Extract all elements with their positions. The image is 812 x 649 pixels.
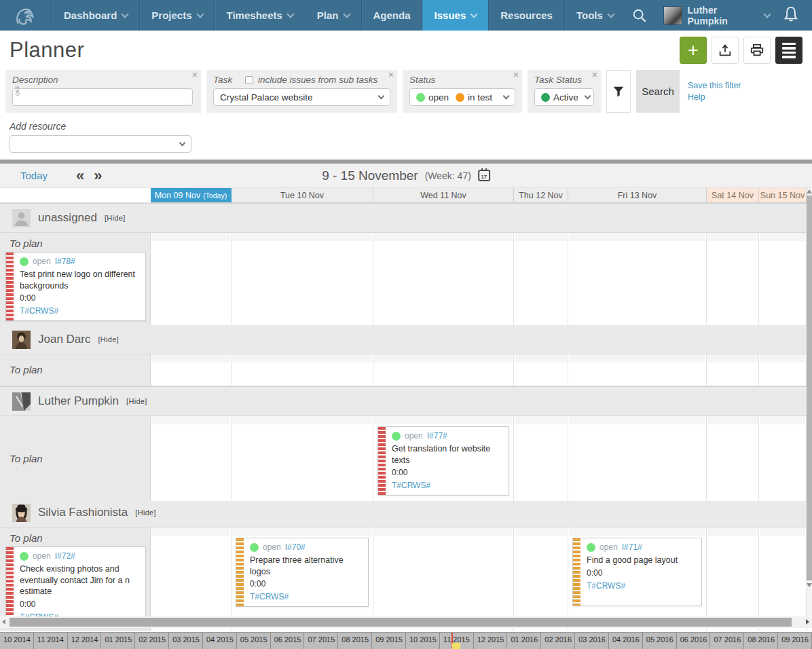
nav-item-dashboard[interactable]: Dashboard <box>52 0 139 31</box>
issue-link[interactable]: I#77# <box>427 431 447 441</box>
timeline-month[interactable]: 06 2015 <box>271 633 305 649</box>
day-header-sat[interactable]: Sat 14 Nov <box>707 188 759 203</box>
search-icon[interactable] <box>625 8 654 23</box>
today-button[interactable]: Today <box>20 170 48 181</box>
status-select[interactable]: open in test <box>409 88 515 106</box>
day-header-tue[interactable]: Tue 10 Nov <box>232 188 373 203</box>
timeline-month[interactable]: 12 2014 <box>68 633 102 649</box>
hide-resource-button[interactable]: [Hide] <box>135 508 156 517</box>
notifications-bell-icon[interactable] <box>779 6 802 25</box>
include-subtasks-checkbox[interactable] <box>245 76 253 84</box>
task-card[interactable]: openI#71# Find a good page layout 0:00 T… <box>572 538 702 606</box>
day-cell: openI#77# Get translation for website te… <box>373 416 514 501</box>
close-icon[interactable]: × <box>592 70 597 79</box>
issue-link[interactable]: I#72# <box>55 551 75 561</box>
nav-item-projects[interactable]: Projects <box>139 0 214 31</box>
scroll-up-icon[interactable] <box>807 189 812 193</box>
help-link[interactable]: Help <box>688 92 741 102</box>
close-icon[interactable]: × <box>513 70 519 79</box>
vertical-scrollbar[interactable] <box>807 188 812 616</box>
nav-item-tools[interactable]: Tools <box>564 0 625 31</box>
export-button[interactable] <box>712 37 739 64</box>
task-link[interactable]: T#CRWS# <box>250 592 289 601</box>
scroll-left-icon[interactable] <box>2 619 5 625</box>
print-button[interactable] <box>743 37 771 64</box>
filter-funnel-button[interactable] <box>606 70 631 113</box>
nav-item-timesheets[interactable]: Timesheets <box>215 0 305 31</box>
day-header-wed[interactable]: Wed 11 Nov <box>373 188 514 203</box>
task-card[interactable]: openI#77# Get translation for website te… <box>377 426 509 496</box>
timeline-month[interactable]: 02 2016 <box>541 633 575 649</box>
task-select[interactable]: Crystal Palace website <box>213 88 390 106</box>
task-card[interactable]: openI#72# Check existing photos and even… <box>5 546 146 627</box>
issue-link[interactable]: I#70# <box>285 542 306 552</box>
save-filter-link[interactable]: Save this filter <box>688 81 741 90</box>
nav-item-agenda[interactable]: Agenda <box>361 0 422 31</box>
scroll-down-icon[interactable] <box>807 583 812 587</box>
timeline-month[interactable]: 07 2015 <box>304 633 338 649</box>
day-header-mon[interactable]: Mon 09 Nov(Today) <box>151 188 232 203</box>
task-status-select[interactable]: Active <box>534 88 594 106</box>
hide-resource-button[interactable]: [Hide] <box>105 214 126 222</box>
add-button[interactable]: + <box>680 37 707 64</box>
issue-link[interactable]: I#71# <box>622 542 642 552</box>
nav-label: Agenda <box>373 10 411 21</box>
close-icon[interactable]: × <box>388 70 394 79</box>
timeline-month[interactable]: 01 2015 <box>101 633 135 649</box>
next-week-button[interactable]: » <box>94 168 102 183</box>
horizontal-scrollbar[interactable] <box>0 616 812 628</box>
timeline-month[interactable]: 04 2015 <box>203 633 237 649</box>
user-menu[interactable]: Luther Pumpkin <box>663 5 770 26</box>
day-header-fri[interactable]: Fri 13 Nov <box>568 188 707 203</box>
timeline-month[interactable]: 09 2015 <box>372 633 406 649</box>
timeline-month[interactable]: 07 2016 <box>710 633 744 649</box>
search-button[interactable]: Search <box>636 70 680 113</box>
description-input[interactable] <box>12 88 193 106</box>
nav-item-plan[interactable]: Plan <box>305 0 361 31</box>
day-header-thu[interactable]: Thu 12 Nov <box>514 188 568 203</box>
timeline-month[interactable]: 08 2016 <box>744 633 778 649</box>
capacity-strip <box>374 233 513 241</box>
timeline-month[interactable]: 05 2015 <box>237 633 271 649</box>
qbe-badge: QBE <box>15 86 20 96</box>
task-link[interactable]: T#CRWS# <box>20 306 58 316</box>
capacity-strip <box>515 354 567 363</box>
task-link[interactable]: T#CRWS# <box>587 581 625 591</box>
timeline-month[interactable]: 10 2014 <box>0 633 34 649</box>
issue-link[interactable]: I#78# <box>55 257 75 266</box>
horizontal-scroll-thumb[interactable] <box>10 618 792 627</box>
timeline-month[interactable]: 04 2016 <box>609 633 643 649</box>
timeline-month[interactable]: 02 2015 <box>135 633 169 649</box>
hide-resource-button[interactable]: [Hide] <box>126 397 147 405</box>
nav-item-resources[interactable]: Resources <box>488 0 564 31</box>
capacity-strip <box>374 416 513 424</box>
timeline-month[interactable]: 05 2016 <box>643 633 677 649</box>
nav-label: Dashboard <box>64 10 117 21</box>
timeline-month[interactable]: 11 2015 <box>440 633 474 649</box>
task-card[interactable]: openI#78# Test print new logo on differe… <box>5 252 146 321</box>
task-link[interactable]: T#CRWS# <box>392 481 430 490</box>
day-cell <box>373 233 514 325</box>
hide-resource-button[interactable]: [Hide] <box>98 335 119 344</box>
timeline-month[interactable]: 03 2016 <box>575 633 609 649</box>
timeline-month[interactable]: 10 2015 <box>406 633 440 649</box>
timeline-month[interactable]: 06 2016 <box>677 633 711 649</box>
nav-item-issues[interactable]: Issues <box>422 0 489 31</box>
timeline-month[interactable]: 01 2016 <box>507 633 541 649</box>
close-icon[interactable]: × <box>192 70 198 79</box>
vertical-scroll-thumb[interactable] <box>807 196 812 580</box>
scroll-right-icon[interactable] <box>806 619 809 625</box>
calendar-icon[interactable]: 17 <box>478 170 490 181</box>
day-cell: openI#71# Find a good page layout 0:00 T… <box>568 527 707 631</box>
prev-week-button[interactable]: « <box>76 168 84 183</box>
add-resource-select[interactable] <box>10 135 191 153</box>
app-logo-icon[interactable] <box>0 0 52 31</box>
task-card[interactable]: openI#70# Prepare three alternative logo… <box>236 538 369 607</box>
timeline-month[interactable]: 03 2015 <box>169 633 203 649</box>
timeline-month[interactable]: 08 2015 <box>338 633 372 649</box>
timeline-month[interactable]: 09 2016 <box>778 633 812 649</box>
list-menu-button[interactable] <box>775 37 802 64</box>
day-header-sun[interactable]: Sun 15 Nov <box>759 188 807 203</box>
timeline-month[interactable]: 12 2015 <box>474 633 508 649</box>
timeline-month[interactable]: 11 2014 <box>34 633 68 649</box>
